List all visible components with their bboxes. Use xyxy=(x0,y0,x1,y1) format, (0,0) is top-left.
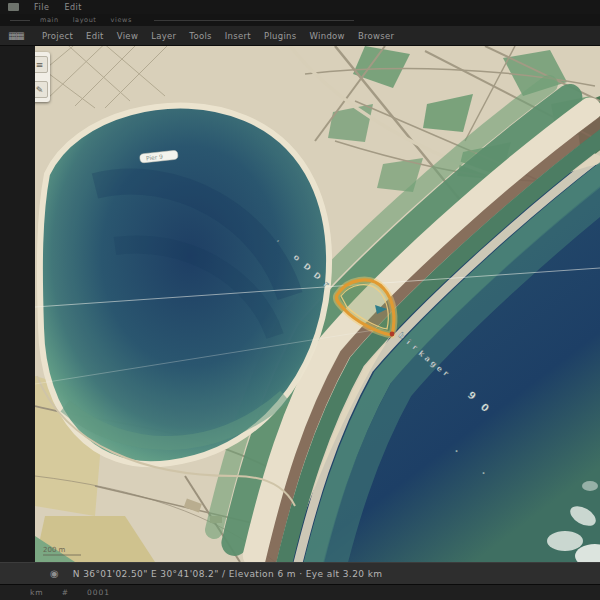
app-icon xyxy=(8,3,19,11)
frame-counter: 0001 xyxy=(87,588,110,597)
tab-layout[interactable]: layout xyxy=(73,16,97,24)
title-menu-file[interactable]: File xyxy=(34,3,49,12)
menu-item-window[interactable]: Window xyxy=(310,31,345,41)
map-letter: · xyxy=(455,447,458,456)
menu-item-layer[interactable]: Layer xyxy=(151,31,176,41)
title-bar: File Edit xyxy=(0,0,600,14)
tab-strip-dash xyxy=(10,20,30,21)
coordinates-icon[interactable]: ◉ xyxy=(50,568,59,579)
grid-icon[interactable]: ▦▦ xyxy=(8,30,23,41)
menu-item-browser[interactable]: Browser xyxy=(358,31,395,41)
menu-bar: ▦▦ ProjectEditViewLayerToolsInsertPlugin… xyxy=(0,26,600,46)
map-letter: · xyxy=(482,469,485,478)
endpoint-dot xyxy=(390,332,395,337)
tab-strip: main layout views xyxy=(0,14,600,26)
menu-item-plugins[interactable]: Plugins xyxy=(264,31,297,41)
menu-bar-items: ProjectEditViewLayerToolsInsertPluginsWi… xyxy=(42,31,395,41)
bottom-info-bar: km # 0001 xyxy=(0,584,600,600)
map-viewport[interactable]: Pier 9 'oDDrbirkager90·· 200 m ≡ ✎ xyxy=(35,46,600,562)
tab-strip-rule xyxy=(154,20,354,21)
title-menu-edit[interactable]: Edit xyxy=(64,3,82,12)
grid-ref-icon: # xyxy=(62,588,69,597)
menu-item-project[interactable]: Project xyxy=(42,31,73,41)
coordinates-readout: N 36°01'02.50" E 30°41'08.2" / Elevation… xyxy=(73,569,383,579)
menu-item-edit[interactable]: Edit xyxy=(86,31,104,41)
draw-button[interactable]: ✎ xyxy=(35,81,48,98)
map-canvas[interactable]: Pier 9 'oDDrbirkager90·· 200 m xyxy=(35,46,600,562)
tab-views[interactable]: views xyxy=(111,16,132,24)
status-bar: ◉ N 36°01'02.50" E 30°41'08.2" / Elevati… xyxy=(0,562,600,584)
menu-item-tools[interactable]: Tools xyxy=(189,31,211,41)
tab-main[interactable]: main xyxy=(40,16,59,24)
menu-item-insert[interactable]: Insert xyxy=(225,31,251,41)
layers-button[interactable]: ≡ xyxy=(35,56,48,73)
map-tool-panel: ≡ ✎ xyxy=(35,52,50,102)
scale-unit-label: km xyxy=(30,588,44,597)
menu-item-view[interactable]: View xyxy=(117,31,138,41)
scale-label: 200 m xyxy=(43,546,66,554)
